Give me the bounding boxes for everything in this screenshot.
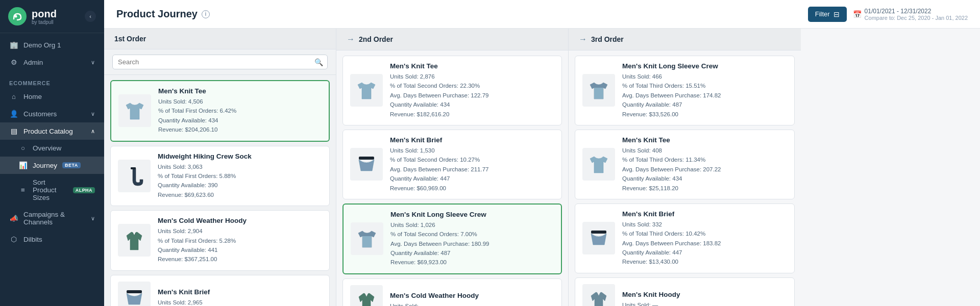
first-order-header: 1st Order xyxy=(104,29,336,49)
overview-label: Overview xyxy=(33,144,61,152)
product-name: Men's Cold Weather Hoody xyxy=(390,292,554,299)
sidebar-item-sort-product-sizes[interactable]: ≡ Sort Product Sizes ALPHA xyxy=(0,174,104,206)
product-image xyxy=(118,224,151,257)
logo-sub: by tadpull xyxy=(32,19,57,25)
product-stats: Units Sold: 2,876 % of Total Second Orde… xyxy=(390,72,554,119)
product-card[interactable]: Men's Knit Tee Units Sold: 2,876 % of To… xyxy=(342,56,562,125)
columns-area: 1st Order 🔍 Men's Knit Tee U xyxy=(104,29,980,306)
customers-chevron: ∨ xyxy=(91,111,95,117)
product-info: Men's Knit Hoody Units Sold: — xyxy=(622,291,787,306)
search-input[interactable] xyxy=(112,55,328,69)
home-icon: ⌂ xyxy=(9,93,18,100)
admin-label: Admin xyxy=(23,59,43,66)
svg-rect-5 xyxy=(594,88,603,99)
product-image xyxy=(118,282,151,306)
product-info: Men's Cold Weather Hoody Units Sold: 2,9… xyxy=(158,217,322,264)
sidebar-collapse-button[interactable]: ‹ xyxy=(85,11,96,22)
product-stats: Units Sold: 466 % of Total Third Orders:… xyxy=(622,72,787,119)
second-order-column: → 2nd Order Men's Knit Tee Units Sold: 2… xyxy=(336,29,569,306)
product-image xyxy=(582,148,615,181)
date-range-text: 01/01/2021 - 12/31/2022 xyxy=(865,8,968,15)
product-stats: Units Sold: 1,026 % of Total Second Orde… xyxy=(390,220,554,267)
campaigns-label: Campaigns & Channels xyxy=(23,211,86,226)
sidebar-item-dilbits[interactable]: ⬡ Dilbits xyxy=(0,231,104,248)
third-order-label: 3rd Order xyxy=(591,35,624,43)
product-card[interactable]: Men's Knit Tee Units Sold: 408 % of Tota… xyxy=(575,130,795,199)
product-image xyxy=(350,74,383,107)
product-info: Men's Knit Brief Units Sold: 332 % of To… xyxy=(622,210,787,267)
sort-icon: ≡ xyxy=(18,186,28,194)
logo-icon xyxy=(8,7,27,26)
product-card[interactable]: Men's Cold Weather Hoody Units Sold: 2,9… xyxy=(110,210,330,271)
product-info: Men's Knit Brief Units Sold: 2,965 xyxy=(158,288,322,306)
sidebar-item-org[interactable]: 🏢 Demo Org 1 xyxy=(0,36,104,54)
third-order-column: → 3rd Order Men's Knit Long Sleeve Crew … xyxy=(569,29,801,306)
compare-text: Compare to: Dec 25, 2020 - Jan 01, 2022 xyxy=(865,15,968,21)
page-header: Product Journey i Filter ⊟ 📅 01/01/2021 … xyxy=(104,0,980,29)
product-card[interactable]: Men's Knit Long Sleeve Crew Units Sold: … xyxy=(575,56,795,125)
product-catalog-label: Product Catalog xyxy=(23,128,73,135)
sidebar-item-product-catalog[interactable]: ▤ Product Catalog ∧ xyxy=(0,122,104,140)
page-title: Product Journey i xyxy=(116,8,210,20)
product-info: Men's Knit Long Sleeve Crew Units Sold: … xyxy=(622,62,787,119)
product-stats: Units Sold: — xyxy=(622,300,787,306)
info-icon[interactable]: i xyxy=(202,10,210,18)
third-order-product-list: Men's Knit Long Sleeve Crew Units Sold: … xyxy=(569,50,801,306)
logo-text-block: pond by tadpull xyxy=(32,8,57,25)
date-range: 📅 01/01/2021 - 12/31/2022 Compare to: De… xyxy=(853,8,968,21)
product-card[interactable]: Men's Knit Tee Units Sold: 4,506 % of To… xyxy=(110,80,330,142)
sidebar-item-overview[interactable]: ○ Overview xyxy=(0,140,104,157)
product-info: Men's Knit Tee Units Sold: 2,876 % of To… xyxy=(390,62,554,119)
main-content: Product Journey i Filter ⊟ 📅 01/01/2021 … xyxy=(104,0,980,306)
second-order-label: 2nd Order xyxy=(359,35,393,43)
product-name: Men's Knit Brief xyxy=(622,210,787,218)
product-card[interactable]: Men's Knit Brief Units Sold: 1,530 % of … xyxy=(342,130,562,199)
product-stats: Units Sold: 3,063 % of Total First Order… xyxy=(158,162,322,200)
filter-button[interactable]: Filter ⊟ xyxy=(808,7,847,22)
product-name: Men's Knit Tee xyxy=(622,136,787,144)
product-card[interactable]: Men's Cold Weather Hoody Units Sold: — xyxy=(342,278,562,306)
product-name: Men's Knit Long Sleeve Crew xyxy=(622,62,787,70)
sidebar-item-journey[interactable]: 📊 Journey BETA xyxy=(0,157,104,174)
product-card[interactable]: Men's Knit Long Sleeve Crew Units Sold: … xyxy=(342,203,562,274)
product-image xyxy=(350,285,383,306)
filter-icon: ⊟ xyxy=(834,10,840,18)
product-card[interactable]: Men's Knit Brief Units Sold: 332 % of To… xyxy=(575,203,795,273)
product-card[interactable]: Midweight Hiking Crew Sock Units Sold: 3… xyxy=(110,146,330,207)
dilbits-label: Dilbits xyxy=(23,236,42,243)
product-stats: Units Sold: 408 % of Total Third Orders:… xyxy=(622,146,787,193)
product-name: Men's Knit Hoody xyxy=(622,291,787,298)
second-order-product-list: Men's Knit Tee Units Sold: 2,876 % of To… xyxy=(336,50,568,306)
org-label: Demo Org 1 xyxy=(23,41,61,49)
sidebar-logo: pond by tadpull ‹ xyxy=(0,0,104,33)
product-catalog-chevron: ∧ xyxy=(91,128,95,135)
sidebar-item-customers[interactable]: 👤 Customers ∨ xyxy=(0,105,104,122)
admin-icon: ⚙ xyxy=(9,58,18,66)
product-stats: Units Sold: 4,506 % of Total First Order… xyxy=(158,97,322,135)
dilbits-icon: ⬡ xyxy=(9,235,18,243)
second-order-header: → 2nd Order xyxy=(336,29,568,50)
admin-chevron: ∨ xyxy=(91,59,95,66)
arrow-icon: → xyxy=(347,35,355,44)
product-name: Men's Knit Tee xyxy=(158,87,322,95)
logo-brand: pond xyxy=(32,8,57,19)
product-card[interactable]: Men's Knit Brief Units Sold: 2,965 xyxy=(110,275,330,306)
journey-label: Journey xyxy=(33,162,57,169)
svg-rect-4 xyxy=(362,236,372,247)
sidebar-item-campaigns[interactable]: 📣 Campaigns & Channels ∨ xyxy=(0,206,104,231)
product-info: Midweight Hiking Crew Sock Units Sold: 3… xyxy=(158,152,322,200)
product-name: Men's Cold Weather Hoody xyxy=(158,217,322,224)
search-bar: 🔍 xyxy=(104,49,336,75)
sidebar-item-home[interactable]: ⌂ Home xyxy=(0,88,104,105)
first-order-column: 1st Order 🔍 Men's Knit Tee U xyxy=(104,29,336,306)
sort-label: Sort Product Sizes xyxy=(33,178,68,201)
first-order-label: 1st Order xyxy=(114,35,146,43)
product-info: Men's Knit Brief Units Sold: 1,530 % of … xyxy=(390,136,554,193)
product-image xyxy=(582,284,615,306)
sidebar-item-admin[interactable]: ⚙ Admin ∨ xyxy=(0,54,104,71)
product-info: Men's Knit Long Sleeve Crew Units Sold: … xyxy=(390,211,554,267)
product-stats: Units Sold: 2,965 xyxy=(158,298,322,306)
product-image xyxy=(118,160,151,192)
product-name: Midweight Hiking Crew Sock xyxy=(158,152,322,160)
product-card[interactable]: Men's Knit Hoody Units Sold: — xyxy=(575,277,795,306)
